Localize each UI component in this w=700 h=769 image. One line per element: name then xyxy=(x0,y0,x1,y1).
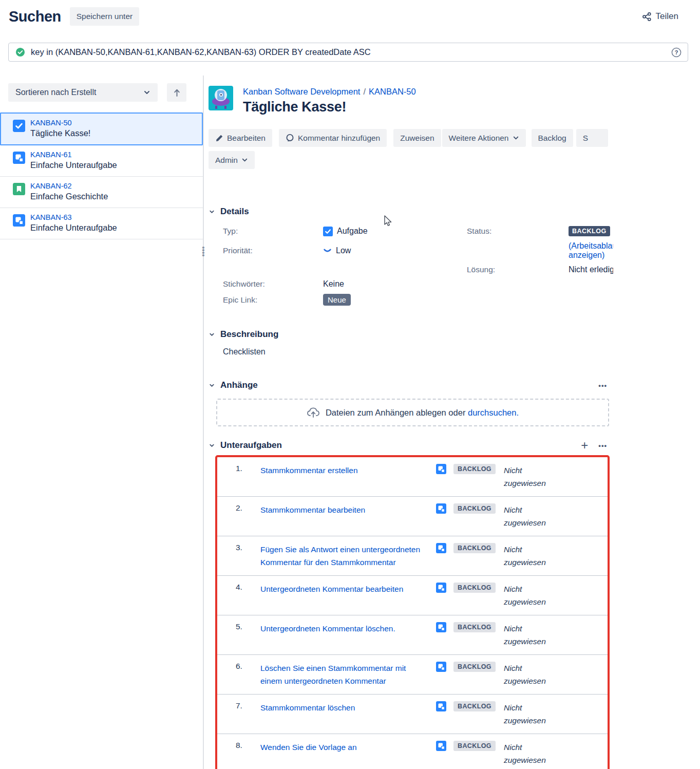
sort-dropdown[interactable]: Sortieren nach Erstellt xyxy=(8,83,158,102)
status-label: Status: xyxy=(467,227,569,236)
more-actions-button[interactable]: Weitere Aktionen xyxy=(442,129,526,147)
status-badge: BACKLOG xyxy=(569,226,610,236)
subtask-type-icon xyxy=(436,503,446,514)
story-type-icon xyxy=(13,183,25,195)
subtask-row: 8.Wenden Sie die Vorlage anBACKLOGNicht … xyxy=(217,734,608,769)
breadcrumb-issue-link[interactable]: KANBAN-50 xyxy=(369,87,416,96)
details-section: Details Typ: Aufgabe Status: BACKLOG Pri… xyxy=(209,207,613,306)
jql-query-input[interactable] xyxy=(31,47,666,57)
issue-list: KANBAN-50Tägliche Kasse!KANBAN-61Einfach… xyxy=(0,112,203,239)
search-row: ? xyxy=(0,26,700,62)
backlog-transition-button[interactable]: Backlog xyxy=(532,129,573,147)
attachments-more-icon[interactable]: ••• xyxy=(598,382,607,389)
subtask-number: 5. xyxy=(236,622,260,648)
collapse-details-icon[interactable] xyxy=(209,209,215,215)
labels-value: Keine xyxy=(323,279,344,289)
collapse-attachments-icon[interactable] xyxy=(209,382,215,389)
issue-summary: Tägliche Kasse! xyxy=(30,128,90,138)
subtask-assignee: Nicht zugewiesen xyxy=(504,583,565,608)
clipped-transition-button[interactable]: S xyxy=(576,129,608,147)
issue-detail-panel: Kanban Software Development/KANBAN-50 Tä… xyxy=(204,76,613,769)
attachments-heading: Anhänge xyxy=(220,380,258,390)
subtask-row: 5.Untergeordneten Kommentar löschen.BACK… xyxy=(217,615,608,654)
jql-search-box[interactable]: ? xyxy=(8,43,688,62)
assign-button[interactable]: Zuweisen xyxy=(393,129,441,147)
subtask-status-badge: BACKLOG xyxy=(453,741,496,751)
results-sidebar: Sortieren nach Erstellt KANBAN-50Täglich… xyxy=(0,76,204,769)
subtasks-more-icon[interactable]: ••• xyxy=(598,442,607,449)
sidebar-issue-kanban-61[interactable]: KANBAN-61Einfache Unteraufgabe xyxy=(0,145,203,177)
subtask-type-icon xyxy=(436,662,446,672)
issue-summary: Einfache Unteraufgabe xyxy=(30,160,117,170)
share-button[interactable]: Teilen xyxy=(642,11,678,22)
priority-label: Priorität: xyxy=(223,246,323,255)
priority-low-icon xyxy=(323,247,332,255)
save-as-button[interactable]: Speichern unter xyxy=(70,7,139,26)
epic-link-badge[interactable]: Neue xyxy=(323,294,351,306)
subtasks-section: Unteraufgaben + ••• 1.Stammkommentar ers… xyxy=(209,439,613,769)
admin-button[interactable]: Admin xyxy=(209,151,255,169)
subtask-title-link[interactable]: Fügen Sie als Antwort einen untergeordne… xyxy=(260,543,436,569)
subtask-status-badge: BACKLOG xyxy=(453,503,496,514)
collapse-subtasks-icon[interactable] xyxy=(209,442,215,449)
sidebar-issue-kanban-63[interactable]: KANBAN-63Einfache Unteraufgabe xyxy=(0,208,203,239)
subtask-status-badge: BACKLOG xyxy=(453,464,496,474)
subtask-status-badge: BACKLOG xyxy=(453,662,496,672)
browse-files-link[interactable]: durchsuchen. xyxy=(468,408,519,417)
issue-key: KANBAN-62 xyxy=(30,182,108,190)
subtask-assignee: Nicht zugewiesen xyxy=(504,701,565,727)
subtask-status-badge: BACKLOG xyxy=(453,622,496,632)
subtask-title-link[interactable]: Untergeordneten Kommentar bearbeiten xyxy=(260,583,436,608)
sort-direction-button[interactable] xyxy=(167,83,186,102)
subtask-type-icon xyxy=(13,214,25,227)
subtask-title-link[interactable]: Stammkommentar erstellen xyxy=(260,464,436,490)
subtask-type-icon xyxy=(436,543,446,553)
help-icon[interactable]: ? xyxy=(671,47,682,58)
share-icon xyxy=(642,12,652,22)
subtask-type-icon xyxy=(436,583,446,593)
resolution-label: Lösung: xyxy=(467,265,569,274)
add-comment-button[interactable]: Kommentar hinzufügen xyxy=(279,129,387,147)
issue-title: Tägliche Kasse! xyxy=(243,99,416,115)
labels-label: Stichwörter: xyxy=(223,279,323,289)
type-value: Aufgabe xyxy=(337,227,368,236)
subtask-title-link[interactable]: Löschen Sie einen Stammkommentar mit ein… xyxy=(260,662,436,687)
priority-value: Low xyxy=(336,246,351,255)
sidebar-issue-kanban-62[interactable]: KANBAN-62Einfache Geschichte xyxy=(0,177,203,208)
sidebar-issue-kanban-50[interactable]: KANBAN-50Tägliche Kasse! xyxy=(0,112,203,145)
subtask-assignee: Nicht zugewiesen xyxy=(504,662,565,687)
arrow-up-icon xyxy=(173,88,181,97)
subtask-title-link[interactable]: Untergeordneten Kommentar löschen. xyxy=(260,622,436,648)
chevron-down-icon xyxy=(241,157,248,163)
pencil-icon xyxy=(215,134,223,142)
subtask-number: 7. xyxy=(236,701,260,727)
sidebar-resize-handle[interactable]: •••• xyxy=(200,246,206,256)
upload-cloud-icon xyxy=(307,406,320,419)
subtask-type-icon xyxy=(436,464,446,474)
subtask-type-icon xyxy=(13,152,25,164)
subtask-row: 7.Stammkommentar löschenBACKLOGNicht zug… xyxy=(217,694,608,734)
subtask-row: 4.Untergeordneten Kommentar bearbeitenBA… xyxy=(217,575,608,615)
view-workflow-link[interactable]: (Arbeitsablauf anzeigen) xyxy=(569,241,613,260)
subtask-title-link[interactable]: Wenden Sie die Vorlage an xyxy=(260,741,436,766)
breadcrumb-project-link[interactable]: Kanban Software Development xyxy=(243,87,360,96)
collapse-description-icon[interactable] xyxy=(209,331,215,338)
description-heading: Beschreibung xyxy=(220,329,278,340)
subtask-type-icon xyxy=(436,741,446,751)
header-bar: Suchen Speichern unter Teilen xyxy=(0,0,700,26)
subtask-status-badge: BACKLOG xyxy=(453,583,496,593)
subtask-number: 6. xyxy=(236,662,260,687)
attachments-section: Anhänge ••• Dateien zum Anhängen ablegen… xyxy=(209,380,613,426)
issue-summary: Einfache Geschichte xyxy=(30,192,108,201)
attachment-dropzone[interactable]: Dateien zum Anhängen ablegen oder durchs… xyxy=(216,399,609,426)
issue-key: KANBAN-61 xyxy=(30,151,117,159)
subtask-title-link[interactable]: Stammkommentar löschen xyxy=(260,701,436,727)
sort-dropdown-label: Sortieren nach Erstellt xyxy=(15,88,96,97)
subtask-number: 4. xyxy=(236,583,260,608)
subtask-title-link[interactable]: Stammkommentar bearbeiten xyxy=(260,503,436,529)
subtask-assignee: Nicht zugewiesen xyxy=(504,741,565,766)
issue-summary: Einfache Unteraufgabe xyxy=(30,223,117,233)
subtask-assignee: Nicht zugewiesen xyxy=(504,543,565,569)
add-subtask-icon[interactable]: + xyxy=(581,439,588,452)
edit-button[interactable]: Bearbeiten xyxy=(209,129,272,147)
